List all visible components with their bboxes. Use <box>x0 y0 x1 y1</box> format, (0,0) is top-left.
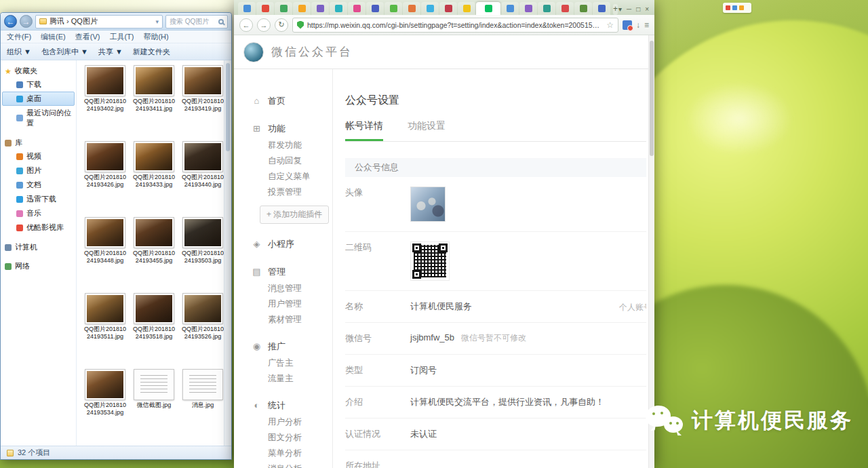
browser-tab[interactable] <box>256 2 274 15</box>
search-box[interactable]: 搜索 QQ图片 <box>165 15 228 28</box>
browser-tab[interactable] <box>366 2 384 15</box>
explorer-scrollbar[interactable] <box>224 60 231 446</box>
minimize-button[interactable]: ─ <box>627 5 631 13</box>
sidebar-item-图片[interactable]: 图片 <box>2 163 75 178</box>
browser-tab[interactable] <box>293 2 311 15</box>
url-bar[interactable]: https://mp.weixin.qq.com/cgi-bin/setting… <box>292 18 618 33</box>
new-tab-button[interactable]: + <box>613 4 618 15</box>
toolbar-button[interactable]: 包含到库中 ▼ <box>41 47 88 57</box>
browser-tab[interactable] <box>574 2 592 15</box>
browser-forward-button[interactable]: → <box>257 18 271 32</box>
nav-group-推广[interactable]: ◉推广 <box>234 338 332 355</box>
toolbar-button[interactable]: 新建文件夹 <box>133 47 170 57</box>
download-icon[interactable]: ↓ <box>636 20 640 30</box>
file-item[interactable]: QQ图片20181024193426.jpg <box>81 142 129 218</box>
sidebar-item-视频[interactable]: 视频 <box>2 149 75 163</box>
forward-button[interactable]: → <box>20 15 33 28</box>
sidebar-group-header[interactable]: 网络 <box>1 260 76 273</box>
account-avatar-image[interactable] <box>410 187 446 222</box>
menu-item[interactable]: 工具(T) <box>109 32 134 42</box>
back-button[interactable]: ← <box>4 15 17 28</box>
nav-item-自动回复[interactable]: 自动回复 <box>234 153 332 169</box>
file-item[interactable]: QQ图片20181024193440.jpg <box>179 142 224 218</box>
nav-item-投票管理[interactable]: 投票管理 <box>234 184 332 200</box>
nav-item-消息分析[interactable]: 消息分析 <box>234 461 332 468</box>
nav-item-图文分析[interactable]: 图文分析 <box>234 430 332 446</box>
scrollbar-thumb[interactable] <box>226 63 230 151</box>
sidebar-item-桌面[interactable]: 桌面 <box>2 92 75 106</box>
browser-tab[interactable] <box>593 2 610 15</box>
tab-功能设置[interactable]: 功能设置 <box>408 120 446 141</box>
chevron-down-icon[interactable]: ▾ <box>155 18 159 25</box>
menu-item[interactable]: 帮助(H) <box>143 32 168 42</box>
file-item[interactable]: QQ图片20181024193518.jpg <box>130 294 178 370</box>
sidebar-item-优酷影视库[interactable]: 优酷影视库 <box>2 220 75 235</box>
file-item[interactable]: 微信截图.jpg <box>130 370 178 446</box>
nav-item-流量主[interactable]: 流量主 <box>234 371 332 387</box>
browser-tab[interactable] <box>384 2 402 15</box>
browser-back-button[interactable]: ← <box>239 18 253 32</box>
file-item[interactable]: QQ图片20181024193433.jpg <box>130 142 178 218</box>
file-item[interactable]: QQ图片20181024193526.jpg <box>179 294 224 370</box>
file-item[interactable]: QQ图片20181024193402.jpg <box>81 66 129 142</box>
file-item[interactable]: QQ图片20181024193411.jpg <box>130 66 178 142</box>
page-scrollbar[interactable] <box>648 35 654 468</box>
menu-icon[interactable]: ≡ <box>644 20 649 30</box>
browser-tab[interactable] <box>556 2 574 15</box>
address-bar[interactable]: 腾讯 › QQ图片 ▾ <box>35 15 163 28</box>
sidebar-item-迅雷下载[interactable]: 迅雷下载 <box>2 192 75 206</box>
toolbar-button[interactable]: 组织 ▼ <box>7 47 31 57</box>
nav-item-用户管理[interactable]: 用户管理 <box>234 296 332 312</box>
browser-tab[interactable] <box>403 2 420 15</box>
browser-tab[interactable] <box>311 2 329 15</box>
file-item[interactable]: QQ图片20181024193455.jpg <box>130 218 178 294</box>
account-qr-code[interactable] <box>410 241 450 281</box>
nav-group-小程序[interactable]: ◈小程序 <box>234 235 332 253</box>
sidebar-item-音乐[interactable]: 音乐 <box>2 206 75 220</box>
browser-tab[interactable] <box>330 2 347 15</box>
sidebar-item-最近访问的位置[interactable]: 最近访问的位置 <box>2 106 75 130</box>
browser-tab[interactable] <box>501 2 519 15</box>
file-item[interactable]: QQ图片20181024193419.jpg <box>179 66 224 142</box>
sidebar-item-文档[interactable]: 文档 <box>2 178 75 192</box>
browser-tab[interactable] <box>458 2 475 15</box>
refresh-button[interactable]: ↻ <box>275 18 288 32</box>
add-plugin-button[interactable]: + 添加功能插件 <box>260 206 329 224</box>
browser-tab[interactable] <box>348 2 366 15</box>
nav-item-广告主[interactable]: 广告主 <box>234 355 332 371</box>
close-button[interactable]: × <box>645 5 649 13</box>
nav-item-消息管理[interactable]: 消息管理 <box>234 281 332 296</box>
browser-tab[interactable] <box>439 2 457 15</box>
sidebar-group-header[interactable]: 计算机 <box>1 241 76 254</box>
nav-group-首页[interactable]: ⌂首页 <box>234 92 332 110</box>
page-scrollbar-thumb[interactable] <box>650 41 654 156</box>
sidebar-item-下载[interactable]: 下载 <box>2 77 75 92</box>
maximize-button[interactable]: □ <box>636 5 640 13</box>
browser-tab[interactable] <box>238 2 256 15</box>
browser-tab[interactable] <box>421 2 439 15</box>
menu-item[interactable]: 编辑(E) <box>41 32 66 42</box>
nav-item-用户分析[interactable]: 用户分析 <box>234 414 332 430</box>
nav-group-功能[interactable]: ⊞功能 <box>234 120 332 138</box>
bookmark-star-icon[interactable]: ☆ <box>606 20 614 30</box>
menu-item[interactable]: 查看(V) <box>75 32 100 42</box>
nav-item-群发功能[interactable]: 群发功能 <box>234 138 332 153</box>
toolbar-button[interactable]: 共享 ▼ <box>98 47 123 57</box>
sidebar-group-header[interactable]: 库 <box>1 136 76 149</box>
file-item[interactable]: QQ图片20181024193448.jpg <box>81 218 129 294</box>
sidebar-group-header[interactable]: ★收藏夹 <box>1 64 76 77</box>
desktop-widget[interactable] <box>723 3 751 13</box>
tab-帐号详情[interactable]: 帐号详情 <box>345 120 383 141</box>
browser-tab[interactable] <box>275 2 292 15</box>
browser-tab[interactable] <box>538 2 555 15</box>
nav-item-菜单分析[interactable]: 菜单分析 <box>234 446 332 461</box>
file-item[interactable]: QQ图片20181024193511.jpg <box>81 294 129 370</box>
nav-item-素材管理[interactable]: 素材管理 <box>234 312 332 328</box>
nav-group-统计[interactable]: ◐统计 <box>234 397 332 414</box>
extension-icon[interactable] <box>623 20 632 30</box>
file-item[interactable]: 消息.jpg <box>179 370 224 446</box>
nav-group-管理[interactable]: ▤管理 <box>234 263 332 281</box>
file-item[interactable]: QQ图片20181024193503.jpg <box>179 218 224 294</box>
menu-item[interactable]: 文件(F) <box>7 32 31 42</box>
file-item[interactable]: QQ图片20181024193534.jpg <box>81 370 129 446</box>
